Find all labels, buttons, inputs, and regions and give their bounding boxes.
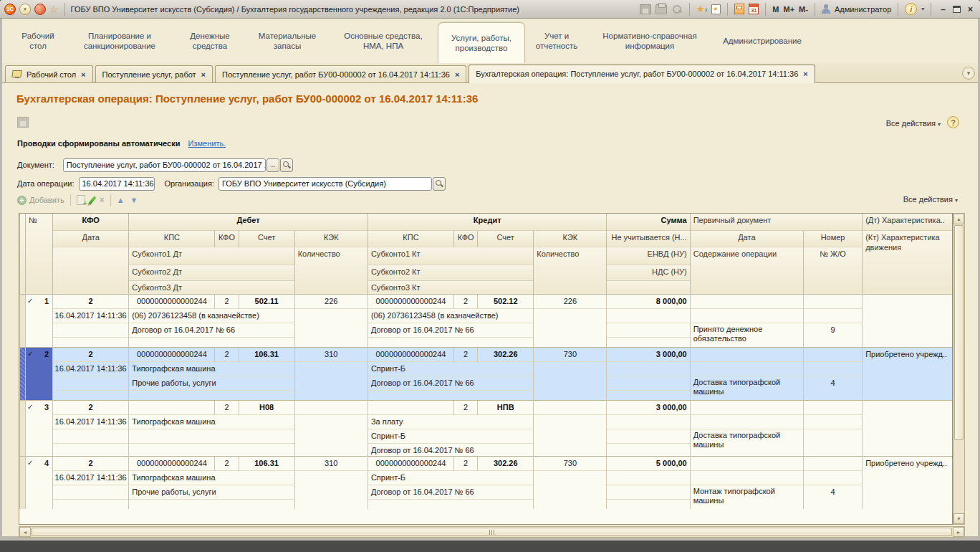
tabs-overflow-button[interactable]: ▾	[962, 67, 975, 80]
tab-close-icon[interactable]: ×	[81, 70, 85, 79]
cell-operation[interactable]: Доставка типографской машины	[690, 429, 803, 456]
cell-debit-account[interactable]: 106.31	[239, 456, 294, 470]
cell-credit-qty[interactable]	[534, 361, 607, 400]
scroll-left-icon[interactable]: ◄	[19, 527, 31, 537]
cell-debit-qty[interactable]	[294, 414, 368, 456]
cell-debit-kek[interactable]: 310	[294, 456, 368, 470]
ellipsis-button[interactable]: ...	[266, 158, 279, 172]
cell-sum[interactable]: 3 000,00	[607, 347, 690, 361]
doc-tab-accounting-operation[interactable]: Бухгалтерская операция: Поступление услу…	[469, 65, 815, 83]
cell-envd[interactable]	[607, 470, 690, 485]
cell-debit-account[interactable]: Н08	[239, 400, 294, 414]
cell-sub3-kt[interactable]	[368, 390, 533, 400]
row-selector[interactable]	[20, 400, 26, 456]
cell-sum-spacer[interactable]	[607, 499, 690, 509]
cell-debit-kek[interactable]: 226	[294, 294, 368, 308]
cell-debit-kps[interactable]: 0000000000000244	[129, 347, 215, 361]
section-tab-administration[interactable]: Администрирование	[711, 19, 813, 63]
cell-doc-number[interactable]	[803, 456, 862, 470]
cell-sub1-kt[interactable]: За плату	[368, 414, 533, 429]
cell-date[interactable]: 16.04.2017 14:11:36	[53, 308, 129, 323]
row-num-cell[interactable]: ✓4	[26, 456, 53, 509]
copy-button[interactable]	[77, 195, 85, 205]
cell-sum[interactable]: 8 000,00	[607, 294, 690, 308]
vertical-scroll-thumb[interactable]	[954, 225, 964, 440]
cell-sub2-dt[interactable]	[129, 429, 294, 443]
scroll-right-icon[interactable]: ►	[953, 527, 964, 537]
cell-sum-spacer[interactable]	[607, 443, 690, 456]
cell-debit-kfo[interactable]: 2	[215, 456, 239, 470]
scroll-up-icon[interactable]: ▲	[953, 214, 964, 224]
cell-credit-kfo[interactable]: 2	[454, 347, 478, 361]
cell-envd[interactable]	[607, 361, 690, 376]
table-row[interactable]: ✓4 2 0000000000000244 2 106.31 310 00000…	[20, 456, 953, 509]
cell-operation[interactable]: Монтаж типографской машины	[690, 485, 803, 509]
cell-sub1-dt[interactable]: (06) 20736123458 (в казначействе)	[129, 308, 294, 323]
cell-jo-spacer[interactable]	[803, 470, 862, 485]
memory-button-m[interactable]: M	[772, 5, 779, 14]
cell-kfo[interactable]: 2	[53, 347, 129, 361]
cell-debit-kps[interactable]	[129, 400, 215, 414]
document-search-button[interactable]	[280, 158, 293, 172]
section-tab-cash[interactable]: Денежные средства	[174, 19, 246, 63]
cell-kfo[interactable]: 2	[53, 400, 129, 414]
cell-sub3-kt[interactable]	[368, 499, 533, 509]
row-num-cell[interactable]: ✓1	[26, 294, 53, 347]
cell-sub2-dt[interactable]: Прочие работы, услуги	[129, 376, 294, 390]
favorites-star-icon[interactable]: ☆	[49, 4, 59, 14]
cell-sub3-dt[interactable]	[129, 443, 294, 456]
cell-doc-number[interactable]	[803, 400, 862, 414]
cell-sub2-kt[interactable]: Договор от 16.04.2017 № 66	[368, 376, 533, 390]
move-down-button[interactable]: ▼	[130, 196, 138, 204]
doc-tab-receipt-doc[interactable]: Поступление услуг, работ БУ00-000002 от …	[215, 65, 466, 82]
row-selector[interactable]	[20, 456, 26, 509]
tab-close-icon[interactable]: ×	[455, 70, 459, 79]
cell-kfo-spacer[interactable]	[53, 499, 129, 509]
minimize-button[interactable]: –	[938, 4, 948, 14]
cell-credit-qty[interactable]	[534, 308, 607, 347]
print-icon[interactable]	[655, 4, 667, 14]
cell-sub3-dt[interactable]	[129, 337, 294, 347]
row-num-cell[interactable]: ✓3	[26, 400, 53, 456]
cell-kfo-spacer[interactable]	[53, 390, 129, 400]
table-all-actions-button[interactable]: Все действия ▾	[903, 195, 958, 204]
cell-kfo-spacer[interactable]	[53, 376, 129, 390]
cell-journal[interactable]	[803, 429, 862, 456]
cell-sub1-dt[interactable]: Типографская машина	[129, 414, 294, 429]
add-favorite-icon[interactable]: ★	[696, 4, 707, 14]
cell-doc-date[interactable]	[690, 456, 803, 470]
cell-debit-qty[interactable]	[294, 361, 368, 400]
cell-sub2-dt[interactable]: Договор от 16.04.2017 № 66	[129, 323, 294, 337]
cell-doc-date[interactable]	[690, 400, 803, 414]
section-tab-accounting[interactable]: Учет и отчетность	[525, 19, 588, 63]
cell-credit-kek[interactable]	[534, 400, 607, 414]
doc-tab-desktop[interactable]: Рабочий стол ×	[5, 65, 93, 82]
section-tab-fixed-assets[interactable]: Основные средства, НМА, НПА	[329, 19, 438, 63]
cell-debit-qty[interactable]	[294, 470, 368, 509]
cell-debit-qty[interactable]	[294, 308, 368, 347]
cell-jo-spacer[interactable]	[803, 361, 862, 376]
cell-sub1-kt[interactable]: Спринт-Б	[368, 361, 533, 376]
cell-nds[interactable]	[607, 376, 690, 390]
form-save-icon[interactable]	[17, 117, 29, 128]
section-tab-planning[interactable]: Планирование и санкционирование	[65, 19, 174, 63]
cell-sub1-dt[interactable]: Типографская машина	[129, 361, 294, 376]
cell-nds[interactable]	[607, 429, 690, 443]
cell-characteristic[interactable]	[863, 400, 953, 456]
cell-characteristic[interactable]	[863, 294, 953, 347]
app-logo-icon[interactable]: 1С	[4, 4, 16, 15]
row-num-cell[interactable]: ✓2	[26, 347, 53, 400]
calendar-icon[interactable]: 31	[749, 4, 759, 14]
cell-characteristic[interactable]: Приобретено учрежд..	[863, 347, 953, 400]
info-dropdown-icon[interactable]: ▾	[921, 6, 924, 12]
cell-date[interactable]: 16.04.2017 14:11:36	[53, 470, 129, 485]
info-button[interactable]: i	[905, 3, 917, 15]
add-button[interactable]: + Добавить	[17, 196, 64, 205]
cell-credit-kps[interactable]: 0000000000000244	[368, 347, 453, 361]
cell-credit-account[interactable]: 302.26	[478, 347, 534, 361]
cell-sub1-kt[interactable]: Спринт-Б	[368, 470, 533, 485]
help-button[interactable]: ?	[947, 116, 959, 128]
favorites-page-icon[interactable]	[711, 4, 721, 14]
document-input[interactable]: Поступление услуг, работ БУ00-000002 от …	[63, 158, 266, 172]
row-selector[interactable]	[20, 347, 26, 400]
